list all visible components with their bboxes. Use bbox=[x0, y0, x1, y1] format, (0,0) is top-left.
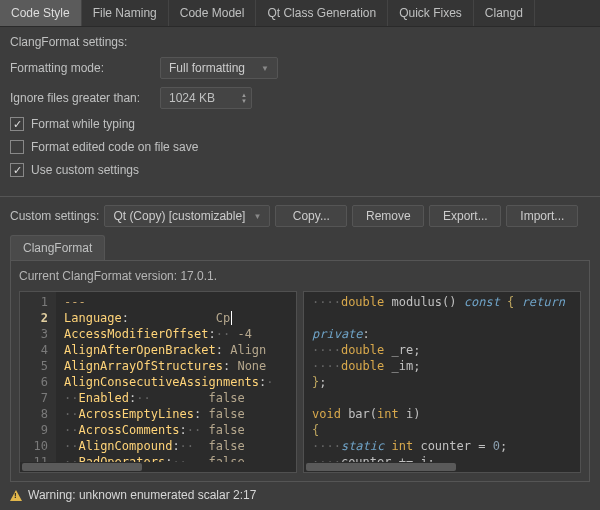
clangformat-panel: Current ClangFormat version: 17.0.1. 123… bbox=[10, 260, 590, 482]
formatting-mode-dropdown[interactable]: Full formatting ▼ bbox=[160, 57, 278, 79]
format-on-save-checkbox[interactable] bbox=[10, 140, 24, 154]
code-preview: ····double modulus() const { return priv… bbox=[303, 291, 581, 473]
tab-code-style[interactable]: Code Style bbox=[0, 0, 82, 26]
formatting-mode-label: Formatting mode: bbox=[10, 61, 160, 75]
custom-settings-value: Qt (Copy) [customizable] bbox=[113, 209, 245, 223]
custom-settings-label: Custom settings: bbox=[10, 209, 99, 223]
format-on-save-label: Format edited code on file save bbox=[31, 140, 198, 154]
use-custom-settings-checkbox[interactable]: ✓ bbox=[10, 163, 24, 177]
chevron-down-icon: ▼ bbox=[261, 64, 269, 73]
tab-clangd[interactable]: Clangd bbox=[474, 0, 535, 26]
warning-icon bbox=[10, 490, 22, 501]
line-gutter: 1234567891011 bbox=[20, 292, 56, 472]
ignore-files-label: Ignore files greater than: bbox=[10, 91, 160, 105]
tab-quick-fixes[interactable]: Quick Fixes bbox=[388, 0, 474, 26]
export-button[interactable]: Export... bbox=[429, 205, 501, 227]
warning-text: Warning: unknown enumerated scalar 2:17 bbox=[28, 488, 256, 502]
scrollbar-horizontal[interactable] bbox=[20, 462, 296, 472]
copy-button[interactable]: Copy... bbox=[275, 205, 347, 227]
use-custom-settings-label: Use custom settings bbox=[31, 163, 139, 177]
format-while-typing-label: Format while typing bbox=[31, 117, 135, 131]
chevron-down-icon: ▼ bbox=[253, 212, 261, 221]
import-button[interactable]: Import... bbox=[506, 205, 578, 227]
warning-bar: Warning: unknown enumerated scalar 2:17 bbox=[0, 482, 600, 508]
clangformat-version-label: Current ClangFormat version: 17.0.1. bbox=[19, 269, 581, 283]
custom-settings-dropdown[interactable]: Qt (Copy) [customizable] ▼ bbox=[104, 205, 270, 227]
settings-tabs: Code StyleFile NamingCode ModelQt Class … bbox=[0, 0, 600, 27]
ignore-files-spinbox[interactable]: 1024 KB ▲ ▼ bbox=[160, 87, 252, 109]
tab-qt-class-generation[interactable]: Qt Class Generation bbox=[256, 0, 388, 26]
spin-down-icon[interactable]: ▼ bbox=[241, 98, 247, 104]
divider bbox=[0, 196, 600, 197]
clangformat-settings-label: ClangFormat settings: bbox=[10, 35, 590, 49]
tab-code-model[interactable]: Code Model bbox=[169, 0, 257, 26]
scrollbar-horizontal[interactable] bbox=[304, 462, 580, 472]
remove-button[interactable]: Remove bbox=[352, 205, 424, 227]
ignore-files-value: 1024 KB bbox=[169, 91, 215, 105]
formatting-mode-value: Full formatting bbox=[169, 61, 245, 75]
tab-file-naming[interactable]: File Naming bbox=[82, 0, 169, 26]
tab-clangformat[interactable]: ClangFormat bbox=[10, 235, 105, 260]
clangformat-config-editor[interactable]: 1234567891011 ---Language: CpAccessModif… bbox=[19, 291, 297, 473]
format-while-typing-checkbox[interactable]: ✓ bbox=[10, 117, 24, 131]
